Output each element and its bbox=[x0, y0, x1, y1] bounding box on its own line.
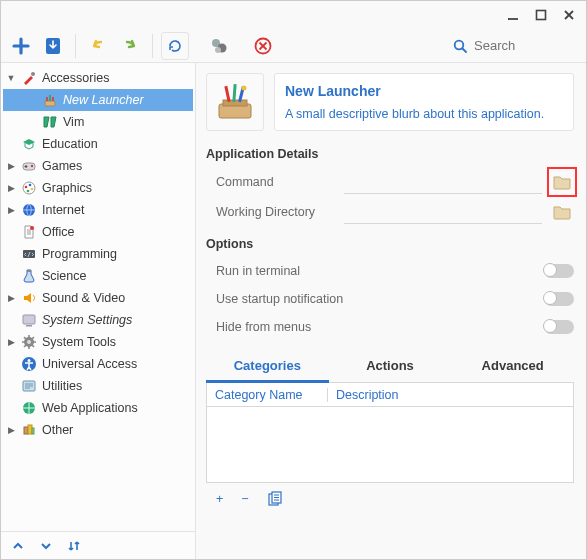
redo-button[interactable] bbox=[116, 32, 144, 60]
sidebar-item[interactable]: Web Applications bbox=[3, 397, 193, 419]
sidebar-item[interactable]: Science bbox=[3, 265, 193, 287]
sidebar-item[interactable]: Utilities bbox=[3, 375, 193, 397]
category-icon bbox=[20, 355, 38, 373]
expand-icon[interactable]: ▶ bbox=[6, 425, 16, 435]
close-button[interactable] bbox=[562, 8, 576, 22]
expand-icon bbox=[6, 315, 16, 325]
sidebar-item[interactable]: New Launcher bbox=[3, 89, 193, 111]
hide-from-menus-toggle[interactable] bbox=[544, 320, 574, 334]
minimize-button[interactable] bbox=[506, 8, 520, 22]
app-window: ▼AccessoriesNew LauncherVim Education▶Ga… bbox=[0, 0, 587, 560]
workdir-input[interactable] bbox=[344, 200, 542, 224]
command-row: Command bbox=[206, 167, 574, 197]
svg-line-12 bbox=[463, 48, 467, 52]
toolbar bbox=[1, 29, 586, 63]
svg-point-21 bbox=[27, 190, 30, 193]
startup-notification-toggle[interactable] bbox=[544, 292, 574, 306]
app-icon-button[interactable] bbox=[206, 73, 264, 131]
search-input[interactable] bbox=[474, 38, 574, 53]
tab-advanced[interactable]: Advanced bbox=[451, 351, 574, 382]
sidebar-item[interactable]: ▶Sound & Video bbox=[3, 287, 193, 309]
category-icon bbox=[20, 157, 38, 175]
category-icon bbox=[20, 179, 38, 197]
sidebar-item-label: Other bbox=[42, 423, 73, 437]
command-browse-button[interactable] bbox=[550, 170, 574, 194]
sidebar-item-label: Office bbox=[42, 225, 74, 239]
clear-rows-button[interactable] bbox=[267, 491, 283, 507]
svg-point-42 bbox=[242, 86, 247, 91]
sidebar-item[interactable]: ▶Other bbox=[3, 419, 193, 441]
sidebar-item[interactable]: ▶System Tools bbox=[3, 331, 193, 353]
header-row: New Launcher A small descriptive blurb a… bbox=[206, 73, 574, 131]
move-down-button[interactable] bbox=[39, 539, 53, 553]
maximize-button[interactable] bbox=[534, 8, 548, 22]
remove-row-button[interactable]: − bbox=[241, 492, 248, 506]
command-label: Command bbox=[206, 175, 336, 189]
sidebar-item[interactable]: Universal Access bbox=[3, 353, 193, 375]
workdir-row: Working Directory bbox=[206, 197, 574, 227]
sidebar-item[interactable]: Programming bbox=[3, 243, 193, 265]
category-icon bbox=[20, 333, 38, 351]
categories-table: Category Name Description bbox=[206, 383, 574, 483]
sort-button[interactable] bbox=[67, 539, 81, 553]
sidebar-item[interactable]: ▶Games bbox=[3, 155, 193, 177]
expand-icon[interactable]: ▶ bbox=[6, 183, 16, 193]
refresh-button[interactable] bbox=[161, 32, 189, 60]
search-icon bbox=[452, 38, 468, 54]
svg-rect-14 bbox=[45, 101, 55, 106]
sidebar-item-label: Internet bbox=[42, 203, 84, 217]
app-description-field[interactable]: A small descriptive blurb about this app… bbox=[285, 107, 563, 121]
workdir-browse-button[interactable] bbox=[550, 200, 574, 224]
undo-button[interactable] bbox=[84, 32, 112, 60]
sidebar-item[interactable]: ▼Accessories bbox=[3, 67, 193, 89]
expand-icon[interactable]: ▶ bbox=[6, 205, 16, 215]
sidebar-item[interactable]: ▶Graphics bbox=[3, 177, 193, 199]
add-row-button[interactable]: + bbox=[216, 492, 223, 506]
delete-button[interactable] bbox=[249, 32, 277, 60]
workdir-label: Working Directory bbox=[206, 205, 336, 219]
app-icon bbox=[41, 91, 59, 109]
expand-icon[interactable]: ▶ bbox=[6, 161, 16, 171]
sidebar-item[interactable]: System Settings bbox=[3, 309, 193, 331]
svg-point-13 bbox=[31, 72, 35, 76]
expand-icon bbox=[6, 271, 16, 281]
svg-point-17 bbox=[23, 182, 35, 194]
startup-notification-row: Use startup notification bbox=[206, 285, 574, 313]
hide-from-menus-label: Hide from menus bbox=[206, 320, 544, 334]
sidebar-item-label: Sound & Video bbox=[42, 291, 125, 305]
sidebar-item[interactable]: Vim bbox=[3, 111, 193, 133]
category-icon bbox=[20, 135, 38, 153]
svg-rect-1 bbox=[537, 11, 546, 20]
svg-point-20 bbox=[31, 188, 34, 191]
move-up-button[interactable] bbox=[11, 539, 25, 553]
app-icon bbox=[41, 113, 59, 131]
expand-icon[interactable]: ▶ bbox=[6, 337, 16, 347]
collapse-icon[interactable]: ▼ bbox=[6, 73, 16, 83]
expand-icon[interactable]: ▶ bbox=[6, 293, 16, 303]
sidebar-item-label: Universal Access bbox=[42, 357, 137, 371]
category-icon bbox=[20, 69, 38, 87]
col-description[interactable]: Description bbox=[327, 388, 407, 402]
sidebar-item-label: Programming bbox=[42, 247, 117, 261]
tab-categories[interactable]: Categories bbox=[206, 351, 329, 383]
row-actions: + − bbox=[206, 483, 574, 515]
sidebar-item[interactable]: Education bbox=[3, 133, 193, 155]
svg-point-16 bbox=[31, 165, 33, 167]
sidebar-item-label: Education bbox=[42, 137, 98, 151]
sidebar-item[interactable]: ▶Internet bbox=[3, 199, 193, 221]
category-icon bbox=[20, 311, 38, 329]
app-name-field[interactable]: New Launcher bbox=[285, 83, 563, 99]
save-button[interactable] bbox=[39, 32, 67, 60]
category-icon bbox=[20, 201, 38, 219]
svg-rect-25 bbox=[27, 270, 31, 272]
execute-button[interactable] bbox=[205, 32, 233, 60]
sidebar-item[interactable]: Office bbox=[3, 221, 193, 243]
run-in-terminal-toggle[interactable] bbox=[544, 264, 574, 278]
details-heading: Application Details bbox=[206, 147, 574, 161]
col-category-name[interactable]: Category Name bbox=[207, 388, 327, 402]
tab-actions[interactable]: Actions bbox=[329, 351, 452, 382]
command-input[interactable] bbox=[344, 170, 542, 194]
options-heading: Options bbox=[206, 237, 574, 251]
new-launcher-button[interactable] bbox=[7, 32, 35, 60]
category-icon bbox=[20, 245, 38, 263]
